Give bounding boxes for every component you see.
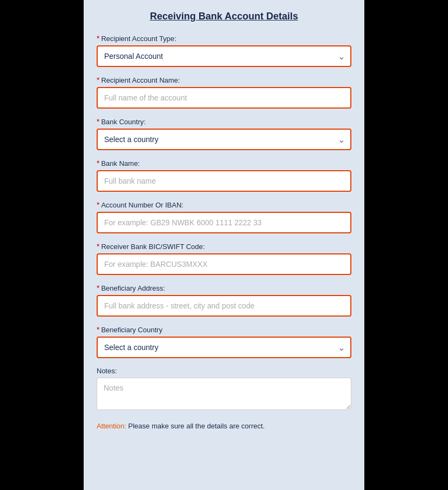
- form-title: Receiving Bank Account Details: [97, 11, 351, 22]
- bank-country-label: * Bank Country:: [97, 117, 351, 126]
- label-text: Notes:: [97, 367, 117, 375]
- bank-country-group: * Bank Country: Select a country United …: [97, 117, 351, 150]
- account-number-input[interactable]: [97, 212, 351, 233]
- beneficiary-country-select[interactable]: Select a country United Kingdom United S…: [97, 337, 351, 358]
- attention-message: Please make sure all the details are cor…: [126, 422, 265, 430]
- required-star: *: [97, 325, 99, 334]
- notes-label: Notes:: [97, 367, 351, 375]
- label-text: Bank Country:: [101, 118, 145, 126]
- beneficiary-address-group: * Beneficiary Address:: [97, 284, 351, 317]
- account-type-select-wrapper: Personal Account Business Account ⌄: [97, 45, 351, 67]
- account-number-group: * Account Number Or IBAN:: [97, 200, 351, 233]
- label-text: Beneficiary Country: [101, 326, 162, 334]
- beneficiary-address-label: * Beneficiary Address:: [97, 284, 351, 292]
- required-star: *: [97, 34, 99, 43]
- required-star: *: [97, 76, 99, 84]
- bank-name-group: * Bank Name:: [97, 159, 351, 192]
- page-container: Receiving Bank Account Details * Recipie…: [0, 0, 448, 490]
- notes-textarea[interactable]: [97, 378, 351, 410]
- account-type-select[interactable]: Personal Account Business Account: [97, 45, 351, 67]
- label-text: Beneficiary Address:: [101, 284, 165, 292]
- bic-swift-input[interactable]: [97, 253, 351, 275]
- recipient-account-name-input[interactable]: [97, 87, 351, 109]
- attention-keyword: Attention:: [97, 422, 126, 430]
- bank-name-label: * Bank Name:: [97, 159, 351, 167]
- label-text: Account Number Or IBAN:: [101, 201, 183, 209]
- notes-group: Notes:: [97, 367, 351, 412]
- bic-swift-group: * Receiver Bank BIC/SWIFT Code:: [97, 242, 351, 275]
- recipient-account-type-group: * Recipient Account Type: Personal Accou…: [97, 34, 351, 67]
- recipient-account-type-label: * Recipient Account Type:: [97, 34, 351, 43]
- attention-text: Attention: Please make sure all the deta…: [97, 421, 351, 432]
- label-text: Recipient Account Type:: [101, 35, 176, 43]
- bank-name-input[interactable]: [97, 170, 351, 192]
- bank-country-select[interactable]: Select a country United Kingdom United S…: [97, 129, 351, 150]
- required-star: *: [97, 200, 99, 209]
- required-star: *: [97, 242, 99, 251]
- account-number-label: * Account Number Or IBAN:: [97, 200, 351, 209]
- label-text: Bank Name:: [101, 159, 140, 167]
- form-panel: Receiving Bank Account Details * Recipie…: [84, 0, 364, 490]
- required-star: *: [97, 159, 99, 167]
- required-star: *: [97, 117, 99, 126]
- label-text: Receiver Bank BIC/SWIFT Code:: [101, 243, 205, 251]
- beneficiary-country-select-wrapper: Select a country United Kingdom United S…: [97, 337, 351, 358]
- label-text: Recipient Account Name:: [101, 76, 180, 84]
- recipient-account-name-group: * Recipient Account Name:: [97, 76, 351, 109]
- bank-country-select-wrapper: Select a country United Kingdom United S…: [97, 129, 351, 150]
- beneficiary-address-input[interactable]: [97, 295, 351, 317]
- beneficiary-country-group: * Beneficiary Country Select a country U…: [97, 325, 351, 358]
- recipient-account-name-label: * Recipient Account Name:: [97, 76, 351, 84]
- beneficiary-country-label: * Beneficiary Country: [97, 325, 351, 334]
- bic-swift-label: * Receiver Bank BIC/SWIFT Code:: [97, 242, 351, 251]
- required-star: *: [97, 284, 99, 292]
